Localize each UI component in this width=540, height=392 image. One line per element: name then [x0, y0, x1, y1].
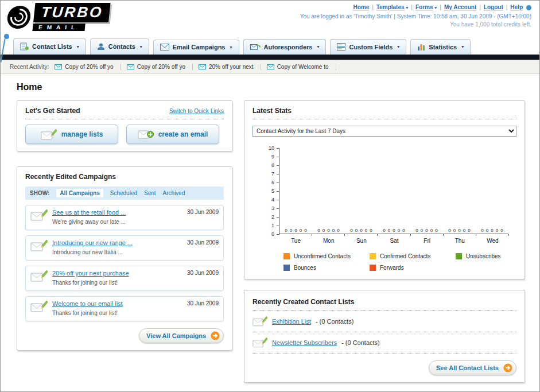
chart-x-labels: TueMonSunSatFriThuWed [279, 236, 509, 244]
recent-activity-item[interactable]: Copy of 20% off yo [55, 64, 121, 70]
logo-swirl-icon [5, 5, 33, 30]
header-link-help[interactable]: Help [510, 4, 523, 10]
tab-contact-lists[interactable]: Contact Lists ▾ [13, 38, 86, 55]
filter-sent[interactable]: Sent [144, 190, 156, 196]
tab-custom-fields[interactable]: Custom Fields ▾ [330, 39, 406, 55]
right-column: Latest Stats Contact Activity for the La… [244, 100, 525, 383]
contact-lists-panel-title: Recently Created Contact Lists [252, 298, 354, 306]
page-title: Home [17, 82, 523, 92]
filter-scheduled[interactable]: Scheduled [110, 190, 137, 196]
stats-period-select[interactable]: Contact Activity for the Last 7 Days [252, 126, 516, 137]
arrow-right-icon [503, 363, 512, 372]
separator: | [479, 4, 481, 10]
credits-info: You have 1,000 total credits left. [450, 21, 531, 28]
recent-activity-item[interactable]: Copy of 20% off yo [127, 64, 193, 70]
envelope-plus-icon [138, 129, 154, 140]
stats-panel-title: Latest Stats [252, 107, 516, 115]
recently-created-contact-lists-panel: Recently Created Contact Lists Exhibitio… [244, 290, 525, 383]
contact-list-detail: - (0 Contacts) [341, 339, 380, 346]
chart-plot-columns: 00000000000000000000000000000000000 [279, 148, 508, 234]
header-links: Home|Templates ▾|Forms ▾|My Account|Logo… [353, 4, 531, 10]
see-all-contact-lists-label: See All Contact Lists [436, 364, 499, 371]
pencil-envelope-icon [41, 129, 57, 141]
chart-column: 00000 [476, 148, 508, 234]
x-axis-label: Wed [476, 236, 509, 244]
filter-archived[interactable]: Archived [163, 190, 185, 196]
legend-item: Confirmed Contacts [370, 253, 456, 259]
campaign-row: 20% off your next purchase Thanks for jo… [25, 266, 224, 291]
chart-column: 00000 [443, 148, 476, 234]
recent-activity-item[interactable]: 20% off your next [199, 64, 261, 70]
contact-activity-chart: 012345678910 000000000000000000000000000… [261, 148, 516, 271]
contact-list-row: Newsletter Subscribers - (0 Contacts) [252, 332, 516, 354]
tab-email-campaigns[interactable]: Email Campaigns ▾ [153, 40, 239, 55]
campaign-title-link[interactable]: See us at the retail food ... [52, 209, 182, 216]
filter-all-campaigns[interactable]: All Campaigns [56, 189, 103, 197]
campaign-title-link[interactable]: Introducing our new range ... [52, 239, 182, 246]
view-all-campaigns-button[interactable]: View All Campaigns [139, 328, 224, 343]
recent-activity-item-label: Copy of 20% off yo [137, 64, 185, 70]
dropdown-arrow-icon: ▾ [434, 5, 437, 10]
tab-contacts[interactable]: Contacts ▾ [90, 38, 149, 55]
campaign-row: Welcome to our email list Thanks for joi… [25, 296, 224, 321]
campaign-row: Introducing our new range ... Introducin… [25, 235, 224, 261]
pencil-envelope-icon [30, 270, 48, 282]
left-column: Let's Get Started Switch to Quick Links … [17, 100, 232, 351]
pencil-envelope-icon [30, 239, 48, 252]
campaign-date: 30 Jun 2009 [187, 300, 219, 306]
header-link-my-account[interactable]: My Account [444, 4, 476, 10]
legend-item: Unsubscribes [456, 253, 540, 259]
recently-edited-campaigns-panel: Recently Edited Campaigns SHOW: All Camp… [17, 166, 232, 351]
campaign-date: 30 Jun 2009 [187, 270, 219, 276]
chart-column: 00000 [279, 148, 312, 234]
x-axis-label: Sun [345, 236, 378, 244]
tab-label: Email Campaigns [173, 44, 226, 51]
campaigns-panel-title: Recently Edited Campaigns [25, 173, 224, 181]
legend-swatch [456, 253, 462, 259]
x-axis-label: Thu [444, 236, 476, 244]
separator: | [440, 4, 441, 10]
recent-activity-item-label: Copy of 20% off yo [65, 64, 113, 70]
pencil-envelope-icon [30, 209, 48, 222]
campaign-title-link[interactable]: 20% off your next purchase [52, 270, 182, 277]
contact-list-link[interactable]: Newsletter Subscribers [272, 339, 337, 346]
recent-activity-item-label: 20% off your next [209, 64, 254, 70]
statistics-icon [417, 43, 425, 51]
recent-activity-bar: Recent Activity: Copy of 20% off yo Copy… [1, 60, 539, 74]
contact-list-link[interactable]: Exhibition List [272, 318, 311, 325]
create-email-button[interactable]: create an email [126, 125, 219, 144]
header-link-home[interactable]: Home [353, 4, 369, 10]
tab-label: Custom Fields [349, 44, 393, 51]
x-axis-label: Fri [411, 236, 444, 244]
tab-label: Contacts [108, 43, 135, 50]
email-icon [55, 64, 62, 69]
manage-lists-button[interactable]: manage lists [25, 125, 118, 144]
turbo-email-logo[interactable]: TURBO EMAIL [5, 3, 111, 31]
x-axis-label: Tue [279, 236, 312, 244]
dropdown-arrow-icon: ▾ [230, 45, 232, 50]
recent-activity-item[interactable]: Copy of Welcome to [267, 64, 336, 70]
get-started-panel: Let's Get Started Switch to Quick Links … [17, 100, 232, 152]
campaign-date: 30 Jun 2009 [187, 209, 219, 215]
header-link-logout[interactable]: Logout [484, 4, 503, 10]
header-link-templates[interactable]: Templates [376, 4, 405, 10]
tab-autoresponders[interactable]: Autoresponders ▾ [243, 39, 327, 55]
email-icon [199, 64, 206, 69]
switch-quick-links-link[interactable]: Switch to Quick Links [169, 108, 224, 114]
see-all-contact-lists-button[interactable]: See All Contact Lists [429, 360, 516, 375]
legend-swatch [283, 265, 290, 271]
separator: | [411, 4, 413, 10]
x-axis-label: Sat [378, 236, 410, 244]
campaign-title-link[interactable]: Welcome to our email list [52, 300, 182, 307]
legend-swatch [370, 253, 376, 259]
email-campaigns-icon [160, 44, 169, 51]
header-link-forms[interactable]: Forms [415, 4, 433, 10]
tab-statistics[interactable]: Statistics ▾ [410, 39, 471, 55]
campaign-filter-bar: SHOW: All Campaigns Scheduled Sent Archi… [25, 187, 224, 200]
separator: | [372, 4, 374, 10]
dropdown-arrow-icon: ▾ [317, 44, 319, 49]
campaign-subtitle: Thanks for joining our list! [52, 280, 118, 286]
dropdown-arrow-icon: ▾ [397, 44, 399, 49]
chart-column: 00000 [312, 148, 345, 234]
chart-column: 00000 [410, 148, 443, 234]
